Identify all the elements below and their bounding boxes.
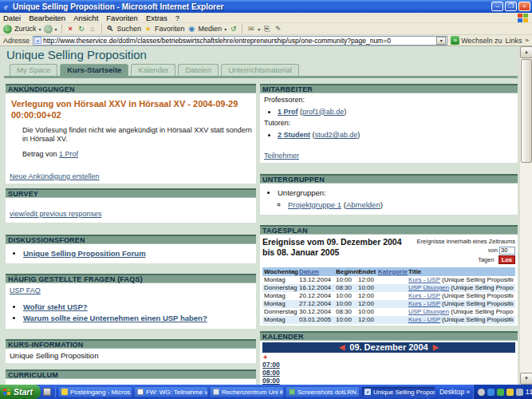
minimize-button[interactable]: – (491, 2, 503, 11)
search-icon[interactable]: 🔍︎ (106, 25, 115, 34)
links-label[interactable]: Links (506, 37, 522, 45)
close-button[interactable]: × (518, 2, 530, 11)
time-slot-link[interactable]: 08:00 (262, 369, 280, 377)
professor-link[interactable]: 1 Prof (278, 108, 298, 116)
media-button-label[interactable]: Medien (199, 25, 223, 33)
taskbar-button-posteingang[interactable]: Posteingang - Micros... (58, 386, 132, 397)
tray-icon[interactable] (516, 389, 523, 396)
professor-email-link[interactable]: prof1@ab.de (302, 108, 344, 116)
subgroups-label: Untergruppen: (278, 188, 326, 197)
faq-question-link[interactable]: Warum sollte eine Unternehmen einen USP … (23, 314, 207, 322)
scroll-up-icon[interactable]: ▲ (520, 46, 532, 58)
sort-kategorie-link[interactable]: Kategorie (378, 268, 408, 275)
byline-author-link[interactable]: 1 Prof (59, 150, 78, 158)
faq-question-link[interactable]: Wofür steht USP? (23, 302, 88, 311)
event-category-link[interactable]: USP Übungen (408, 284, 449, 291)
address-dropdown-icon[interactable]: ▾ (436, 37, 446, 45)
desktop-chevron-icon[interactable]: » (466, 388, 470, 396)
media-dropdown-icon[interactable]: ▾ (224, 26, 227, 32)
mail-dropdown-icon[interactable]: ▾ (258, 26, 260, 32)
stop-icon[interactable]: × (66, 25, 75, 34)
desktop-toolbar[interactable]: Desktop » (436, 388, 473, 396)
menu-ansicht[interactable]: Ansicht (73, 14, 98, 22)
forward-icon[interactable]: → (44, 25, 53, 34)
start-button[interactable]: Start (0, 385, 41, 399)
cell-date: 20.12.2004 (299, 292, 336, 300)
cell-date: 13.12.2004 (299, 276, 336, 284)
sort-datum-link[interactable]: Datum (299, 268, 319, 275)
scroll-down-icon[interactable]: ▼ (520, 373, 532, 385)
toolbar-separator (242, 24, 242, 34)
quick-launch (41, 388, 53, 396)
event-category-link[interactable]: Kurs - USP (408, 316, 440, 323)
time-slot-link[interactable]: 09:00 (262, 377, 280, 385)
tab-unterrichtsmaterial[interactable]: Unterrichtsmaterial (221, 64, 299, 76)
right-column: MITARBEITER Professoren: 1 Profprof1@ab.… (260, 84, 518, 385)
forums-portlet: DISKUSSIONSFOREN Unique Selling Proposit… (6, 235, 256, 263)
go-button[interactable]: » Wechseln zu (451, 36, 502, 45)
event-category-link[interactable]: Kurs - USP (408, 276, 440, 283)
back-dropdown-icon[interactable]: ▾ (39, 26, 41, 32)
event-category-link[interactable]: Kurs - USP (408, 300, 440, 307)
taskbar-button-label: FW: WG: Teilnahme v... (146, 389, 208, 396)
tray-icon[interactable] (506, 389, 514, 396)
new-announcement-link[interactable]: Neue Ankündigung erstellen (10, 172, 100, 182)
back-icon[interactable]: ← (3, 25, 12, 34)
menu-favoriten[interactable]: Favoriten (106, 14, 138, 22)
calendar-prev-icon[interactable]: ◀ (339, 342, 345, 353)
favorites-button-label[interactable]: Favoriten (155, 25, 185, 33)
survey-responses-link[interactable]: view/edit previous responses (10, 210, 102, 218)
taskbar-button-screenshots[interactable]: Screenshots dotLRN.... (286, 386, 360, 397)
favorites-icon[interactable]: ★ (144, 25, 152, 34)
participants-link[interactable]: Teilnehmer (264, 152, 299, 161)
menu-datei[interactable]: Datei (3, 14, 21, 22)
subgroup-action-link[interactable]: Abmelden (346, 200, 380, 209)
taskbar-button-rechenzentrum[interactable]: Rechenzentrum Uni K... (210, 386, 284, 397)
days-input[interactable] (499, 247, 515, 255)
home-icon[interactable]: ⌂ (89, 25, 97, 34)
calendar-next-icon[interactable]: ▶ (433, 342, 439, 353)
ie-logo-icon: e (2, 2, 10, 11)
clock: 11:18 (526, 388, 532, 396)
cell-day: Montag (264, 276, 299, 284)
edit-icon[interactable]: ✎ (274, 25, 282, 34)
menu-help[interactable]: ? (175, 14, 179, 22)
forum-link[interactable]: Unique Selling Proposition Forum (23, 249, 146, 258)
vertical-scrollbar[interactable]: ▲ ▼ (519, 46, 532, 385)
menu-bearbeiten[interactable]: Bearbeiten (29, 14, 65, 22)
scrollbar-thumb[interactable] (521, 59, 532, 163)
tray-icon[interactable] (497, 389, 504, 396)
tab-dateien[interactable]: Dateien (178, 64, 219, 76)
show-desktop-icon[interactable] (43, 388, 51, 396)
staff-header: MITARBEITER (260, 84, 518, 93)
print-icon[interactable]: ⎘ (262, 25, 271, 34)
mail-icon[interactable]: ✉ (246, 25, 255, 34)
tab-kurs-startseite[interactable]: Kurs-Startseite (60, 64, 128, 76)
time-slot-link[interactable]: 07:00 (262, 361, 280, 369)
los-button[interactable]: Los (499, 255, 515, 264)
subgroup-link[interactable]: Projektgruppe 1 (288, 200, 341, 209)
taskbar-button-unique-selling[interactable]: e Unique Selling Proposi... (361, 386, 435, 397)
forward-dropdown-icon[interactable]: ▾ (55, 26, 57, 32)
address-input[interactable] (43, 37, 436, 45)
links-chevron-icon[interactable]: » (526, 37, 529, 44)
tray-icon[interactable] (478, 389, 485, 396)
maximize-button[interactable]: ❐ (505, 2, 517, 11)
event-category-link[interactable]: USP Übungen (408, 308, 449, 315)
tab-my-space[interactable]: My Space (10, 64, 57, 76)
back-button-label[interactable]: Zurück (14, 25, 37, 33)
event-category-link[interactable]: Kurs - USP (408, 292, 440, 299)
faq-top-link[interactable]: USP FAQ (10, 286, 41, 296)
history-icon[interactable]: ↺ (229, 25, 238, 34)
tutor-email-link[interactable]: stud2@ab.de (315, 131, 358, 139)
menu-extras[interactable]: Extras (146, 14, 167, 22)
search-button-label[interactable]: Suchen (117, 25, 142, 33)
tutor-link[interactable]: 2 Student (278, 131, 310, 139)
go-arrow-icon: » (451, 36, 459, 45)
refresh-icon[interactable]: ↻ (77, 25, 86, 34)
taskbar-button-mail[interactable]: FW: WG: Teilnahme v... (134, 386, 208, 397)
tray-icon[interactable] (487, 389, 495, 396)
media-icon[interactable]: ◉ (187, 25, 196, 34)
calendar-add-icon[interactable]: + (263, 354, 515, 361)
tab-kalender[interactable]: Kalender (131, 64, 175, 76)
